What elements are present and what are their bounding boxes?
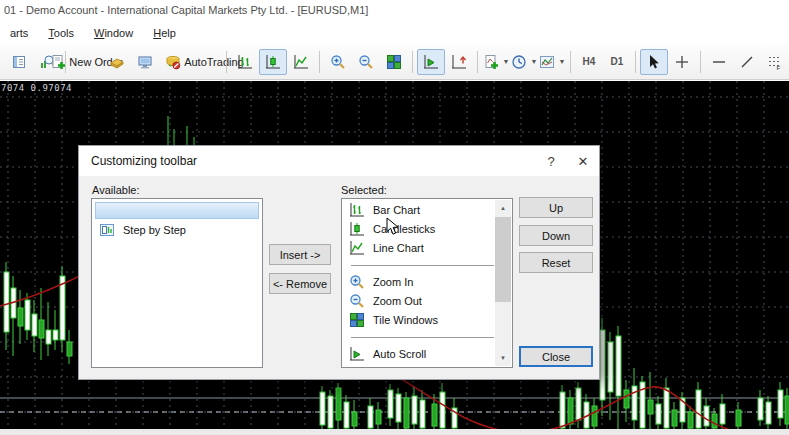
selected-list-rows: Bar ChartCandlesticksLine ChartZoom InZo… [343,200,496,366]
line-chart-icon [293,54,309,70]
list-separator [343,257,496,272]
menu-item-arts[interactable]: arts [0,24,38,42]
bar-chart-icon [349,202,365,218]
trendline-tool-button[interactable] [733,49,761,75]
selected-item-line-chart[interactable]: Line Chart [343,238,496,257]
chart-shift-button[interactable] [445,49,473,75]
menu-item-tools[interactable]: Tools [38,24,84,42]
zoom-in-button[interactable] [324,49,352,75]
list-item-label: Step by Step [123,224,186,236]
toolbar-separator [700,51,701,73]
candlestick-chart-button[interactable] [259,49,287,75]
selected-item-candlesticks[interactable]: Candlesticks [343,219,496,238]
auto-scroll-icon [423,54,439,70]
zoom-out-icon [358,54,374,70]
indicators-dropdown-button[interactable]: ▼ [482,49,510,75]
toolbar-separator [635,51,636,73]
new-order-button[interactable]: New Order [70,49,103,75]
step-by-step-icon [99,222,115,238]
dropdown-caret-icon: ▼ [503,58,510,65]
selected-listbox[interactable]: Bar ChartCandlesticksLine ChartZoom InZo… [341,198,513,368]
period-d1-button[interactable]: D1 [603,49,631,75]
toolbar: New Order AutoTrading ▼ ▼ ▼ H4 D1 F [0,44,789,80]
template-icon [539,54,555,70]
fibonacci-icon: F [767,54,783,70]
auto-scroll-icon [349,346,365,362]
zoom-out-icon [349,293,365,309]
scroll-up-icon[interactable]: ▲ [495,200,511,216]
cursor-tool-button[interactable] [640,49,668,75]
line-chart-button[interactable] [287,49,315,75]
chart-shift-icon [451,54,467,70]
zoom-out-button[interactable] [352,49,380,75]
bar-chart-icon [237,54,253,70]
templates-dropdown-button[interactable]: ▼ [538,49,566,75]
trendline-icon [739,54,755,70]
list-item-label: Tile Windows [373,314,438,326]
dialog-titlebar[interactable]: Customizing toolbar ? ✕ [79,146,599,176]
new-order-icon [50,54,66,70]
tile-windows-button[interactable] [380,49,408,75]
metaeditor-button[interactable] [103,49,131,75]
h4-label: H4 [579,56,600,67]
selected-item-zoom-in[interactable]: Zoom In [343,272,496,291]
selected-item-zoom-out[interactable]: Zoom Out [343,291,496,310]
period-h4-button[interactable]: H4 [575,49,603,75]
metatrader-window: 01 - Demo Account - International Capita… [0,0,789,435]
cursor-icon [646,54,662,70]
selected-item-tile-windows[interactable]: Tile Windows [343,310,496,329]
terminal-button[interactable] [131,49,159,75]
scroll-down-icon[interactable]: ▼ [495,350,511,366]
list-item-label: Bar Chart [373,204,420,216]
list-item-label: Zoom In [373,276,413,288]
list-item-label: Zoom Out [373,295,422,307]
periods-dropdown-button[interactable]: ▼ [510,49,538,75]
crosshair-icon [674,54,690,70]
autotrading-icon [165,54,181,70]
available-label: Available: [92,184,140,196]
window-titlebar: 01 - Demo Account - International Capita… [0,0,789,22]
insert-button[interactable]: Insert -> [269,244,331,265]
selected-list-scrollbar[interactable]: ▲ ▼ [495,200,511,366]
selected-item-bar-chart[interactable]: Bar Chart [343,200,496,219]
menu-item-window[interactable]: Window [84,24,143,42]
toolbar-separator [226,51,227,73]
dialog-title: Customizing toolbar [79,154,535,168]
zoom-in-icon [349,274,365,290]
auto-scroll-button[interactable] [417,49,445,75]
list-item-label: Candlesticks [373,223,435,235]
fibonacci-tool-button[interactable]: F [761,49,789,75]
tile-windows-icon [349,312,365,328]
dialog-help-button[interactable]: ? [535,146,567,176]
scrollbar-thumb[interactable] [495,217,511,302]
autotrading-button[interactable]: AutoTrading [187,49,222,75]
horizontal-line-icon [711,54,727,70]
available-listbox[interactable]: Step by Step [91,198,263,368]
list-item-label: Auto Scroll [373,348,426,360]
svg-text:F: F [777,64,781,70]
list-separator [343,329,496,344]
metaeditor-icon [109,54,125,70]
clock-icon [511,54,527,70]
dropdown-caret-icon: ▼ [531,58,538,65]
horizontal-line-tool-button[interactable] [705,49,733,75]
tile-windows-icon [386,54,402,70]
available-list-rows: Step by Step [93,200,261,366]
crosshair-tool-button[interactable] [668,49,696,75]
bar-chart-button[interactable] [231,49,259,75]
window-title: 01 - Demo Account - International Capita… [4,4,368,16]
toolbar-separator [570,51,571,73]
candlesticks-icon [265,54,281,70]
profiles-button[interactable] [5,49,33,75]
menu-item-help[interactable]: Help [143,24,186,42]
available-item-step-by-step[interactable]: Step by Step [93,220,261,239]
reset-button[interactable]: Reset [519,252,593,273]
close-button[interactable]: Close [519,346,593,367]
dialog-close-icon[interactable]: ✕ [567,146,599,176]
up-button[interactable]: Up [519,197,593,218]
available-selected-row[interactable] [95,202,259,219]
down-button[interactable]: Down [519,225,593,246]
selected-item-auto-scroll[interactable]: Auto Scroll [343,344,496,363]
customize-toolbar-dialog: Customizing toolbar ? ✕ Available: Selec… [78,145,600,380]
remove-button[interactable]: <- Remove [269,273,331,294]
